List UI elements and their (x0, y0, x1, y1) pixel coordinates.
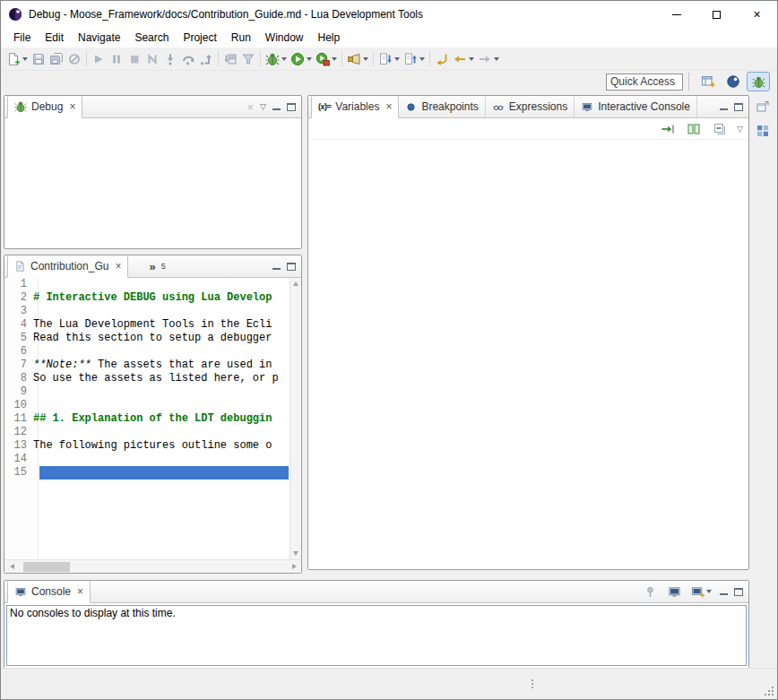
menu-project[interactable]: Project (176, 30, 223, 46)
scroll-up-icon[interactable] (293, 281, 298, 286)
horizontal-scroll-thumb[interactable] (23, 562, 70, 572)
open-console-button[interactable] (689, 582, 713, 601)
vertical-scrollbar[interactable] (290, 278, 301, 559)
terminate-button[interactable] (125, 49, 143, 69)
debug-dropdown-arrow[interactable] (281, 57, 287, 61)
step-return-button[interactable] (197, 49, 215, 69)
pin-console-button[interactable] (641, 582, 659, 601)
step-over-button[interactable] (179, 49, 197, 69)
minimized-view-button[interactable] (756, 124, 770, 141)
line-number: 5 (4, 332, 33, 345)
new-wizard-button[interactable] (4, 49, 30, 69)
tab-expressions-label: Expressions (509, 100, 567, 113)
editor-content[interactable]: 1 2# Interactive DEBUG using Lua Develop… (4, 278, 290, 559)
menu-run[interactable]: Run (224, 30, 258, 46)
scroll-right-button[interactable] (287, 564, 301, 569)
forward-button[interactable] (476, 49, 501, 69)
lua-perspective-button[interactable] (722, 72, 745, 91)
skip-breakpoints-button[interactable] (65, 49, 83, 69)
debug-perspective-button[interactable] (747, 72, 770, 91)
quick-access-input[interactable] (606, 73, 683, 91)
previous-annotation-dropdown-arrow[interactable] (419, 57, 425, 61)
suspend-button[interactable] (108, 49, 125, 69)
open-perspective-button[interactable] (696, 72, 720, 91)
search-button[interactable] (345, 49, 370, 69)
trim-drag-handle[interactable] (532, 679, 533, 688)
disconnect-button[interactable] (143, 49, 161, 69)
scroll-down-icon[interactable] (293, 551, 298, 556)
minimize-button[interactable] (656, 1, 696, 28)
previous-annotation-button[interactable] (402, 49, 427, 69)
save-button[interactable] (30, 49, 48, 69)
variables-view-body[interactable] (308, 140, 748, 569)
minimize-view-button[interactable] (272, 264, 281, 270)
run-button[interactable] (289, 49, 314, 69)
display-selected-console-button[interactable] (665, 582, 683, 601)
tab-close-icon[interactable]: × (115, 260, 121, 272)
restore-view-button[interactable] (756, 99, 770, 117)
next-annotation-dropdown-arrow[interactable] (394, 57, 400, 61)
minimize-view-button[interactable] (272, 104, 281, 110)
editor-tab-overflow[interactable]: »5 (143, 255, 171, 277)
maximize-button[interactable] (696, 1, 737, 28)
menu-edit[interactable]: Edit (38, 30, 71, 46)
view-menu-button[interactable]: ▽ (260, 102, 266, 111)
tab-close-icon[interactable]: × (69, 100, 75, 113)
menu-window[interactable]: Window (258, 30, 311, 46)
save-all-button[interactable] (48, 49, 65, 69)
run-dropdown-arrow[interactable] (307, 57, 312, 61)
maximize-view-icon (287, 263, 296, 271)
minimize-view-button[interactable] (720, 589, 728, 595)
line-text: The Lua Development Tools in the Ecli (33, 318, 272, 331)
show-columns-button[interactable] (685, 119, 703, 139)
tab-close-icon[interactable]: × (385, 100, 392, 113)
maximize-view-button[interactable] (734, 103, 743, 111)
tab-contribution-guide[interactable]: Contribution_Gu × (7, 255, 128, 278)
window-title: Debug - Moose_Framework/docs/Contributio… (29, 8, 423, 21)
tab-close-icon[interactable]: × (77, 585, 83, 598)
show-logical-structures-button[interactable] (659, 119, 677, 139)
tab-expressions[interactable]: Expressions (486, 96, 575, 117)
tab-variables[interactable]: (x)= Variables × (311, 96, 399, 118)
forward-dropdown-arrow[interactable] (494, 57, 499, 61)
editor-body: 1 2# Interactive DEBUG using Lua Develop… (4, 278, 301, 559)
console-content[interactable]: No consoles to display at this time. (6, 605, 747, 666)
debug-view-body[interactable] (4, 118, 301, 248)
variables-tab-icon: (x)= (318, 103, 331, 111)
remove-terminated-button[interactable]: × (246, 100, 254, 114)
next-annotation-button[interactable] (376, 49, 402, 69)
collapse-all-icon (713, 122, 727, 136)
collapse-all-button[interactable] (711, 119, 729, 139)
maximize-view-button[interactable] (287, 103, 296, 111)
new-wizard-dropdown-arrow[interactable] (22, 57, 28, 61)
debug-button[interactable] (264, 49, 289, 69)
tab-interactive-console[interactable]: Interactive Console (575, 96, 697, 117)
tab-debug[interactable]: Debug × (7, 96, 82, 118)
window-resize-grip-icon[interactable] (763, 685, 775, 697)
minimize-view-button[interactable] (720, 104, 728, 110)
menu-search[interactable]: Search (127, 30, 176, 46)
menu-navigate[interactable]: Navigate (71, 30, 127, 46)
back-dropdown-arrow[interactable] (469, 57, 474, 61)
external-tools-dropdown-arrow[interactable] (332, 57, 337, 61)
search-dropdown-arrow[interactable] (363, 57, 368, 61)
drop-to-frame-button[interactable] (221, 49, 239, 69)
last-edit-location-button[interactable] (433, 49, 451, 69)
external-tools-button[interactable] (314, 49, 339, 69)
maximize-view-button[interactable] (287, 263, 296, 271)
line-number: 13 (4, 439, 33, 453)
step-into-button[interactable] (161, 49, 179, 69)
tab-console[interactable]: Console × (7, 581, 91, 603)
open-console-dropdown-arrow[interactable] (706, 590, 712, 593)
maximize-view-button[interactable] (734, 588, 743, 596)
step-filters-button[interactable] (239, 49, 257, 69)
close-button[interactable]: × (737, 1, 777, 28)
scroll-left-button[interactable] (4, 564, 19, 569)
tab-breakpoints[interactable]: Breakpoints (399, 96, 485, 117)
back-button[interactable] (451, 49, 476, 69)
resume-button[interactable] (90, 49, 108, 69)
horizontal-scrollbar[interactable] (4, 559, 301, 573)
view-menu-button[interactable]: ▽ (737, 125, 743, 134)
menu-file[interactable]: File (6, 30, 38, 46)
menu-help[interactable]: Help (311, 30, 348, 46)
